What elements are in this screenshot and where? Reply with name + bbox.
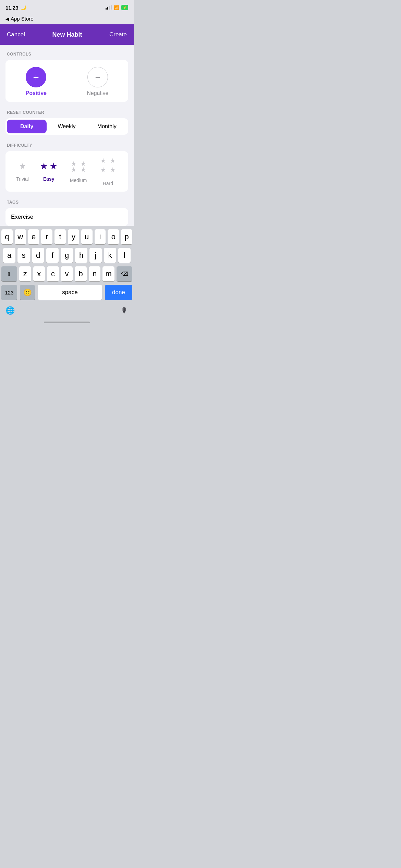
wifi-icon: 📶: [114, 5, 119, 10]
medium-option[interactable]: Medium: [69, 160, 88, 183]
reset-counter-section: RESET COUNTER Daily Weekly Monthly: [5, 110, 128, 135]
key-g[interactable]: g: [61, 248, 73, 263]
key-a[interactable]: a: [3, 248, 15, 263]
easy-option[interactable]: Easy: [39, 161, 58, 182]
segmented-control: Daily Weekly Monthly: [5, 118, 128, 135]
key-o[interactable]: o: [108, 229, 119, 244]
microphone-icon[interactable]: 🎙: [121, 306, 128, 315]
key-r[interactable]: r: [41, 229, 52, 244]
positive-icon: ＋: [26, 67, 46, 87]
key-u[interactable]: u: [81, 229, 93, 244]
key-m[interactable]: m: [102, 266, 114, 281]
key-e[interactable]: e: [28, 229, 39, 244]
trivial-stars: [17, 161, 28, 173]
status-time: 11.23: [5, 5, 19, 11]
daily-button[interactable]: Daily: [7, 120, 47, 133]
key-t[interactable]: t: [54, 229, 66, 244]
key-h[interactable]: h: [75, 248, 87, 263]
monthly-button[interactable]: Monthly: [87, 120, 127, 133]
status-right: 📶 ⚡: [106, 5, 128, 10]
hard-label: Hard: [103, 181, 113, 186]
globe-icon[interactable]: 🌐: [5, 306, 15, 315]
difficulty-section-label: DIFFICULTY: [5, 143, 128, 148]
tags-section: TAGS: [5, 200, 128, 226]
back-label: App Store: [11, 16, 34, 22]
easy-stars: [39, 161, 58, 173]
weekly-button[interactable]: Weekly: [47, 120, 86, 133]
keyboard-row-2: a s d f g h j k l: [1, 248, 132, 263]
negative-label: Negative: [87, 90, 108, 96]
key-z[interactable]: z: [19, 266, 31, 281]
battery-icon: ⚡: [121, 5, 128, 10]
key-x[interactable]: x: [33, 266, 45, 281]
keyboard-row-4: 123 🙂 space done: [1, 285, 132, 300]
done-key[interactable]: done: [105, 285, 132, 300]
tags-section-label: TAGS: [5, 200, 128, 205]
back-arrow-icon: ◀: [5, 16, 9, 22]
key-k[interactable]: k: [104, 248, 116, 263]
key-d[interactable]: d: [32, 248, 44, 263]
key-l[interactable]: l: [118, 248, 131, 263]
key-s[interactable]: s: [17, 248, 30, 263]
difficulty-card: Trivial Easy: [5, 151, 128, 192]
key-n[interactable]: n: [89, 266, 101, 281]
easy-label: Easy: [43, 176, 54, 182]
shift-key[interactable]: ⇧: [1, 266, 17, 281]
delete-key[interactable]: ⌫: [117, 266, 132, 281]
create-button[interactable]: Create: [109, 31, 127, 38]
emoji-key[interactable]: 🙂: [20, 285, 35, 300]
signal-bar-2: [107, 7, 108, 10]
signal-bar-3: [109, 6, 110, 10]
trivial-label: Trivial: [16, 176, 29, 182]
trivial-option[interactable]: Trivial: [16, 161, 29, 182]
signal-bars: [106, 5, 112, 10]
numbers-key[interactable]: 123: [1, 285, 17, 300]
hard-stars: [98, 157, 118, 178]
key-w[interactable]: w: [15, 229, 26, 244]
key-v[interactable]: v: [61, 266, 73, 281]
key-b[interactable]: b: [75, 266, 87, 281]
home-indicator-area: [0, 316, 134, 328]
cancel-button[interactable]: Cancel: [7, 31, 25, 38]
tags-input[interactable]: [11, 214, 123, 220]
controls-card: ＋ Positive － Negative: [5, 60, 128, 102]
key-y[interactable]: y: [68, 229, 79, 244]
signal-bar-1: [106, 8, 107, 10]
content-area: CONTROLS ＋ Positive － Negative RESET COU…: [0, 45, 134, 226]
difficulty-section: DIFFICULTY Trivial Easy: [5, 143, 128, 192]
status-bar: 11.23 🌙 📶 ⚡: [0, 0, 134, 15]
positive-label: Positive: [26, 90, 47, 96]
keyboard-area: q w e r t y u i o p a s d f g h j k l ⇧ …: [0, 226, 134, 316]
back-row[interactable]: ◀ App Store: [0, 15, 134, 24]
positive-control[interactable]: ＋ Positive: [5, 67, 67, 96]
key-i[interactable]: i: [95, 229, 106, 244]
tags-card: [5, 208, 128, 226]
nav-bar: Cancel New Habit Create: [0, 24, 134, 45]
space-key[interactable]: space: [38, 285, 102, 300]
negative-icon: －: [87, 67, 108, 87]
key-c[interactable]: c: [47, 266, 59, 281]
medium-stars: [69, 160, 88, 175]
key-f[interactable]: f: [46, 248, 59, 263]
keyboard-row-3: ⇧ z x c v b n m ⌫: [1, 266, 132, 281]
moon-icon: 🌙: [21, 5, 26, 10]
key-q[interactable]: q: [1, 229, 13, 244]
controls-section-label: CONTROLS: [5, 52, 128, 57]
keyboard-bottom-row: 🌐 🎙: [1, 303, 132, 316]
home-indicator: [44, 322, 90, 323]
key-j[interactable]: j: [89, 248, 102, 263]
signal-bar-4: [111, 5, 112, 10]
medium-label: Medium: [70, 178, 87, 183]
reset-counter-label: RESET COUNTER: [5, 110, 128, 115]
key-p[interactable]: p: [121, 229, 132, 244]
negative-control[interactable]: － Negative: [67, 67, 129, 96]
page-title: New Habit: [52, 31, 82, 38]
hard-option[interactable]: Hard: [98, 157, 118, 186]
keyboard-row-1: q w e r t y u i o p: [1, 229, 132, 244]
